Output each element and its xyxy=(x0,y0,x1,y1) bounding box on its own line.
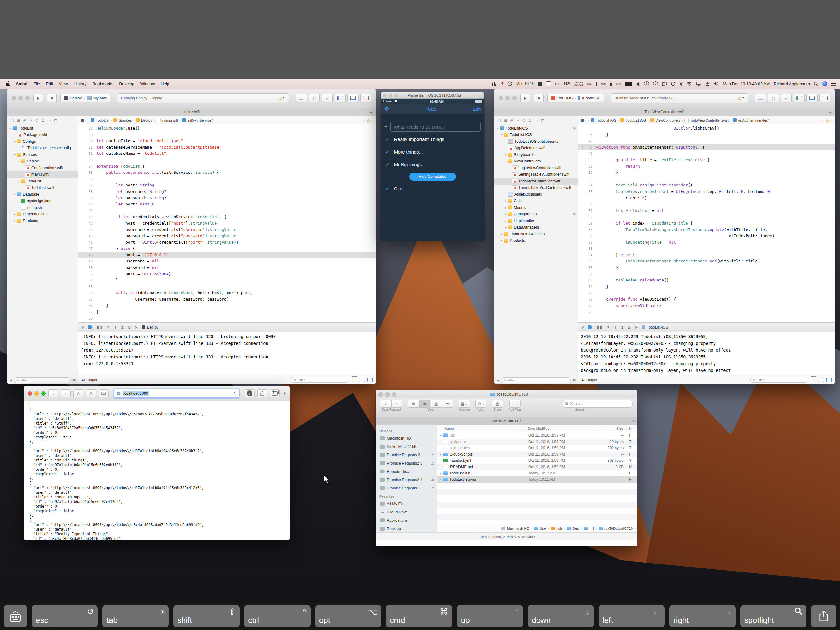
scheme-selector[interactable]: Deploy › My Mac xyxy=(60,94,111,103)
path-segment[interactable]: Macintosh HD xyxy=(502,527,529,530)
arrange-group[interactable]: ▦⌄ Arrange xyxy=(459,400,470,411)
file-tree-item[interactable]: ▾ViewControllers xyxy=(494,158,578,165)
file-tree-item[interactable]: ▾Database xyxy=(7,191,78,198)
navigator-tabs[interactable]: ▢ ⊞ ◎ △ ◇ ≣ ▭ ◻ xyxy=(7,116,78,124)
console-filter-field[interactable]: ⊜Filter xyxy=(291,377,348,383)
sidebar-item-promise-pegasus2-3[interactable]: Promise Pegasus2 3 xyxy=(376,459,437,467)
window-controls[interactable] xyxy=(28,391,46,396)
edit-button[interactable]: Edit xyxy=(473,107,481,112)
sidebar-item-promise-pegasus-2[interactable]: Promise Pegasus 2 xyxy=(376,451,437,459)
file-row[interactable]: README.mdOct 11, 2016, 1:59 PM3 KBM xyxy=(437,464,637,470)
file-row[interactable]: ▸Cloud-ScriptsOct 11, 2016, 1:59 PM--F xyxy=(437,451,637,458)
toggle-inspector-button[interactable] xyxy=(819,94,831,102)
file-tree-item[interactable]: LoginViewController.swift xyxy=(494,165,578,171)
key-ctrl[interactable]: ctrl^ xyxy=(244,605,310,627)
bluetooth-icon[interactable] xyxy=(679,81,682,86)
code-line[interactable]: 30let configFile = "cloud_config.json" xyxy=(78,138,376,144)
disclosure-icon[interactable]: ▸ xyxy=(500,239,504,242)
back-button[interactable]: ‹ xyxy=(48,389,58,397)
report-navigator-icon[interactable]: ◻ xyxy=(54,118,57,122)
eject-icon[interactable] xyxy=(431,462,434,464)
disclosure-icon[interactable]: ▾ xyxy=(17,180,21,183)
issue-navigator-icon[interactable]: △ xyxy=(30,118,32,122)
hide-completed-button[interactable]: Hide Completed xyxy=(409,173,456,180)
key-down[interactable]: down↓ xyxy=(527,605,594,627)
cpu-bars-icon[interactable] xyxy=(492,81,497,86)
console-filter-field[interactable]: ⊜Filter xyxy=(750,377,807,383)
checkmark-icon[interactable]: ✓ xyxy=(385,149,390,155)
code-line[interactable]: 48 host = "127.0.0.1" xyxy=(78,252,376,258)
share-key[interactable] xyxy=(811,605,836,627)
todo-item-completed[interactable]: ✔ Stuff xyxy=(381,182,484,195)
tab-main-swift[interactable]: main.swift xyxy=(183,110,199,114)
breakpoints-toggle-icon[interactable] xyxy=(88,326,93,329)
code-line[interactable]: 73 xyxy=(578,309,835,315)
code-line[interactable]: right: 0) xyxy=(578,195,835,201)
pause-icon[interactable]: ❚❚ xyxy=(96,325,103,329)
key-esc[interactable]: esc↺ xyxy=(32,605,98,627)
stop-button[interactable]: ■ xyxy=(534,94,543,103)
debug-view-icon[interactable]: ⧉ xyxy=(128,325,131,329)
code-line[interactable]: 52 } xyxy=(78,277,376,283)
standard-editor-button[interactable] xyxy=(755,94,766,102)
disclosure-icon[interactable]: ▸ xyxy=(504,153,508,156)
window-controls[interactable] xyxy=(379,392,396,397)
disclosure-icon[interactable]: ▸ xyxy=(437,478,443,481)
menu-item-bookmarks[interactable]: Bookmarks xyxy=(93,82,114,86)
find-navigator-icon[interactable]: ◎ xyxy=(510,118,513,122)
code-line[interactable]: 56 xyxy=(578,201,835,207)
keyboard-toggle-key[interactable] xyxy=(4,605,27,627)
file-tree-item[interactable]: Package.swift xyxy=(7,131,78,138)
status-app-icon-1[interactable] xyxy=(538,82,542,86)
downloads-button[interactable]: ↓ xyxy=(245,389,254,397)
pause-icon[interactable]: ❚❚ xyxy=(597,325,603,329)
key-left[interactable]: left← xyxy=(598,605,665,627)
menu-item-help[interactable]: Help xyxy=(161,82,169,86)
disclosure-icon[interactable]: ▸ xyxy=(504,199,508,203)
mini-clock[interactable]: Mon 10:48 xyxy=(516,82,534,86)
address-bar[interactable]: localhost:8090 ↻ xyxy=(114,389,240,398)
code-line[interactable]: 61 atIndexPath: index) xyxy=(578,233,835,239)
toggle-inspector-button[interactable] xyxy=(360,94,371,102)
code-line[interactable]: 63 xyxy=(578,245,835,252)
code-line[interactable]: 46 port = UInt16(credentials["port"].str… xyxy=(78,239,376,246)
file-tree-item[interactable]: setup.sh xyxy=(7,204,78,211)
disclosure-icon[interactable]: ▸ xyxy=(504,226,508,229)
code-line[interactable]: 46 } xyxy=(578,131,835,138)
hide-debug-icon[interactable]: ⊽ xyxy=(82,325,84,329)
tab-todoviewcontroller[interactable]: TodoViewController.swift xyxy=(644,110,685,114)
location-icon[interactable]: ➤ xyxy=(635,325,638,329)
sidebar-item-all-my-files[interactable]: All My Files xyxy=(376,500,437,508)
sidebar-item-promise-pegasus2-4[interactable]: Promise Pegasus2 4 xyxy=(376,476,437,484)
icon-view-button[interactable]: ⊞ xyxy=(408,400,419,408)
disclosure-icon[interactable]: ▸ xyxy=(504,219,508,222)
todo-item[interactable]: ✓More things... xyxy=(381,146,484,158)
eject-icon[interactable] xyxy=(705,81,710,86)
breakpoint-navigator-icon[interactable]: ▭ xyxy=(47,118,51,122)
checkmark-icon[interactable]: ✓ xyxy=(385,136,390,142)
file-tree-item[interactable]: mydesign.json xyxy=(7,198,78,204)
step-into-icon[interactable]: ↧ xyxy=(614,325,617,329)
next-issue-icon[interactable]: › xyxy=(831,119,832,122)
code-line[interactable]: 48@IBAction func onAddItem(sender: UIBut… xyxy=(578,144,835,151)
toggle-navigator-button[interactable] xyxy=(335,94,346,102)
code-line[interactable]: 70 xyxy=(578,290,835,296)
view-group[interactable]: ⊞ ≣ ▥ ▭ View xyxy=(408,400,453,411)
todo-item[interactable]: ✓Really Important Things xyxy=(381,133,484,146)
code-line[interactable]: 31let databaseServiceName = "TodoListClo… xyxy=(78,144,376,151)
breakpoints-toggle-icon[interactable] xyxy=(588,326,592,329)
code-editor[interactable]: UIColor.lightGray])46 }4748@IBAction fun… xyxy=(578,124,835,322)
code-line[interactable]: 44 username = credentials["username"].st… xyxy=(78,227,376,233)
path-segment[interactable]: Use xyxy=(534,527,546,530)
code-line[interactable]: 58 xyxy=(578,214,835,220)
toggle-debug-button[interactable] xyxy=(807,94,818,102)
file-tree-item[interactable]: ▸Products xyxy=(494,237,578,244)
code-line[interactable]: 53 xyxy=(578,176,835,182)
code-line[interactable]: 51 return xyxy=(578,163,835,170)
key-tab[interactable]: tab⇥ xyxy=(103,605,169,627)
console-view-toggle[interactable] xyxy=(368,378,373,382)
code-line[interactable]: 59 if let index = isUpdatingTitle { xyxy=(578,220,835,227)
disclosure-icon[interactable]: ▸ xyxy=(504,212,508,216)
debug-scheme-label[interactable]: TodoList-iOS xyxy=(647,325,668,329)
user-name[interactable]: Richard Applebaum xyxy=(774,82,810,86)
